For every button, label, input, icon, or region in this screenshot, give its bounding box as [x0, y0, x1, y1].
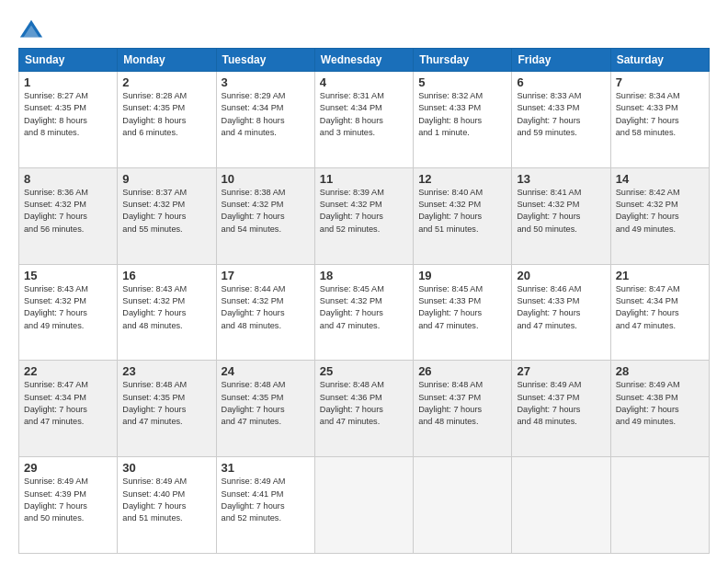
- day-info: Sunrise: 8:48 AM Sunset: 4:37 PM Dayligh…: [418, 379, 506, 428]
- day-number: 29: [24, 461, 112, 475]
- calendar-body: 1Sunrise: 8:27 AM Sunset: 4:35 PM Daylig…: [19, 72, 710, 554]
- day-number: 26: [418, 364, 506, 378]
- calendar-cell: [414, 457, 512, 554]
- calendar-cell: 2Sunrise: 8:28 AM Sunset: 4:35 PM Daylig…: [118, 72, 216, 168]
- day-number: 4: [320, 75, 408, 89]
- day-info: Sunrise: 8:32 AM Sunset: 4:33 PM Dayligh…: [418, 90, 506, 139]
- day-number: 31: [222, 461, 310, 475]
- calendar-cell: 30Sunrise: 8:49 AM Sunset: 4:40 PM Dayli…: [118, 457, 216, 554]
- day-info: Sunrise: 8:45 AM Sunset: 4:33 PM Dayligh…: [418, 283, 506, 332]
- weekday-header-monday: Monday: [118, 49, 216, 72]
- day-info: Sunrise: 8:43 AM Sunset: 4:32 PM Dayligh…: [122, 283, 210, 332]
- day-number: 24: [222, 364, 310, 378]
- day-number: 6: [517, 75, 605, 89]
- day-info: Sunrise: 8:48 AM Sunset: 4:36 PM Dayligh…: [320, 379, 408, 428]
- calendar-table: SundayMondayTuesdayWednesdayThursdayFrid…: [18, 48, 710, 554]
- calendar-cell: [610, 457, 709, 554]
- page: SundayMondayTuesdayWednesdayThursdayFrid…: [0, 0, 728, 563]
- day-number: 19: [418, 269, 506, 282]
- calendar-cell: 31Sunrise: 8:49 AM Sunset: 4:41 PM Dayli…: [216, 457, 314, 554]
- day-number: 28: [616, 364, 704, 378]
- calendar-cell: 12Sunrise: 8:40 AM Sunset: 4:32 PM Dayli…: [414, 167, 512, 264]
- day-info: Sunrise: 8:27 AM Sunset: 4:35 PM Dayligh…: [24, 90, 112, 139]
- calendar-cell: 29Sunrise: 8:49 AM Sunset: 4:39 PM Dayli…: [19, 457, 118, 554]
- day-number: 25: [320, 364, 408, 378]
- calendar-cell: 20Sunrise: 8:46 AM Sunset: 4:33 PM Dayli…: [512, 264, 610, 361]
- day-number: 23: [122, 364, 210, 378]
- day-number: 5: [418, 75, 506, 89]
- day-info: Sunrise: 8:45 AM Sunset: 4:32 PM Dayligh…: [320, 283, 408, 332]
- day-info: Sunrise: 8:39 AM Sunset: 4:32 PM Dayligh…: [320, 187, 408, 236]
- day-number: 2: [122, 75, 210, 89]
- calendar-cell: 10Sunrise: 8:38 AM Sunset: 4:32 PM Dayli…: [216, 167, 314, 264]
- day-info: Sunrise: 8:34 AM Sunset: 4:33 PM Dayligh…: [616, 90, 704, 139]
- calendar-cell: 17Sunrise: 8:44 AM Sunset: 4:32 PM Dayli…: [216, 264, 314, 361]
- day-info: Sunrise: 8:42 AM Sunset: 4:32 PM Dayligh…: [616, 187, 704, 236]
- day-info: Sunrise: 8:36 AM Sunset: 4:32 PM Dayligh…: [24, 187, 112, 236]
- day-number: 10: [222, 172, 310, 186]
- day-info: Sunrise: 8:47 AM Sunset: 4:34 PM Dayligh…: [616, 283, 704, 332]
- day-info: Sunrise: 8:49 AM Sunset: 4:39 PM Dayligh…: [24, 476, 112, 524]
- weekday-header-wednesday: Wednesday: [314, 49, 413, 72]
- day-number: 11: [320, 172, 408, 186]
- day-number: 21: [616, 269, 704, 282]
- calendar-cell: 8Sunrise: 8:36 AM Sunset: 4:32 PM Daylig…: [19, 167, 118, 264]
- calendar-cell: 25Sunrise: 8:48 AM Sunset: 4:36 PM Dayli…: [314, 361, 413, 457]
- calendar-cell: 21Sunrise: 8:47 AM Sunset: 4:34 PM Dayli…: [610, 264, 709, 361]
- calendar-cell: 1Sunrise: 8:27 AM Sunset: 4:35 PM Daylig…: [19, 72, 118, 168]
- weekday-header-thursday: Thursday: [414, 49, 512, 72]
- day-info: Sunrise: 8:46 AM Sunset: 4:33 PM Dayligh…: [517, 283, 605, 332]
- calendar-cell: 28Sunrise: 8:49 AM Sunset: 4:38 PM Dayli…: [610, 361, 709, 457]
- calendar-week-0: 1Sunrise: 8:27 AM Sunset: 4:35 PM Daylig…: [19, 72, 710, 168]
- calendar-cell: 19Sunrise: 8:45 AM Sunset: 4:33 PM Dayli…: [414, 264, 512, 361]
- day-info: Sunrise: 8:48 AM Sunset: 4:35 PM Dayligh…: [122, 379, 210, 428]
- day-info: Sunrise: 8:31 AM Sunset: 4:34 PM Dayligh…: [320, 90, 408, 139]
- day-info: Sunrise: 8:41 AM Sunset: 4:32 PM Dayligh…: [517, 187, 605, 236]
- day-info: Sunrise: 8:29 AM Sunset: 4:34 PM Dayligh…: [222, 90, 310, 139]
- day-number: 30: [122, 461, 210, 475]
- day-info: Sunrise: 8:49 AM Sunset: 4:40 PM Dayligh…: [122, 476, 210, 524]
- logo-icon: [18, 18, 44, 44]
- day-info: Sunrise: 8:49 AM Sunset: 4:41 PM Dayligh…: [222, 476, 310, 524]
- calendar-cell: 16Sunrise: 8:43 AM Sunset: 4:32 PM Dayli…: [118, 264, 216, 361]
- calendar-week-1: 8Sunrise: 8:36 AM Sunset: 4:32 PM Daylig…: [19, 167, 710, 264]
- day-number: 27: [517, 364, 605, 378]
- day-info: Sunrise: 8:40 AM Sunset: 4:32 PM Dayligh…: [418, 187, 506, 236]
- day-number: 14: [616, 172, 704, 186]
- day-number: 15: [24, 269, 112, 282]
- day-info: Sunrise: 8:43 AM Sunset: 4:32 PM Dayligh…: [24, 283, 112, 332]
- day-info: Sunrise: 8:48 AM Sunset: 4:35 PM Dayligh…: [222, 379, 310, 428]
- day-info: Sunrise: 8:37 AM Sunset: 4:32 PM Dayligh…: [122, 187, 210, 236]
- calendar-cell: 27Sunrise: 8:49 AM Sunset: 4:37 PM Dayli…: [512, 361, 610, 457]
- day-info: Sunrise: 8:33 AM Sunset: 4:33 PM Dayligh…: [517, 90, 605, 139]
- calendar-cell: 3Sunrise: 8:29 AM Sunset: 4:34 PM Daylig…: [216, 72, 314, 168]
- calendar-cell: [314, 457, 413, 554]
- calendar-cell: 26Sunrise: 8:48 AM Sunset: 4:37 PM Dayli…: [414, 361, 512, 457]
- calendar-cell: [512, 457, 610, 554]
- day-number: 13: [517, 172, 605, 186]
- calendar-cell: 6Sunrise: 8:33 AM Sunset: 4:33 PM Daylig…: [512, 72, 610, 168]
- day-number: 17: [222, 269, 310, 282]
- calendar-cell: 15Sunrise: 8:43 AM Sunset: 4:32 PM Dayli…: [19, 264, 118, 361]
- header: [18, 15, 710, 44]
- day-number: 1: [24, 75, 112, 89]
- weekday-header-sunday: Sunday: [19, 49, 118, 72]
- calendar-cell: 14Sunrise: 8:42 AM Sunset: 4:32 PM Dayli…: [610, 167, 709, 264]
- day-number: 18: [320, 269, 408, 282]
- day-info: Sunrise: 8:38 AM Sunset: 4:32 PM Dayligh…: [222, 187, 310, 236]
- calendar-cell: 22Sunrise: 8:47 AM Sunset: 4:34 PM Dayli…: [19, 361, 118, 457]
- weekday-header-tuesday: Tuesday: [216, 49, 314, 72]
- weekday-header-saturday: Saturday: [610, 49, 709, 72]
- day-info: Sunrise: 8:28 AM Sunset: 4:35 PM Dayligh…: [122, 90, 210, 139]
- weekday-header-row: SundayMondayTuesdayWednesdayThursdayFrid…: [19, 49, 710, 72]
- day-info: Sunrise: 8:47 AM Sunset: 4:34 PM Dayligh…: [24, 379, 112, 428]
- calendar-cell: 13Sunrise: 8:41 AM Sunset: 4:32 PM Dayli…: [512, 167, 610, 264]
- day-number: 20: [517, 269, 605, 282]
- calendar-cell: 18Sunrise: 8:45 AM Sunset: 4:32 PM Dayli…: [314, 264, 413, 361]
- day-number: 12: [418, 172, 506, 186]
- calendar-week-4: 29Sunrise: 8:49 AM Sunset: 4:39 PM Dayli…: [19, 457, 710, 554]
- calendar-cell: 23Sunrise: 8:48 AM Sunset: 4:35 PM Dayli…: [118, 361, 216, 457]
- day-info: Sunrise: 8:49 AM Sunset: 4:37 PM Dayligh…: [517, 379, 605, 428]
- day-number: 3: [222, 75, 310, 89]
- calendar-cell: 9Sunrise: 8:37 AM Sunset: 4:32 PM Daylig…: [118, 167, 216, 264]
